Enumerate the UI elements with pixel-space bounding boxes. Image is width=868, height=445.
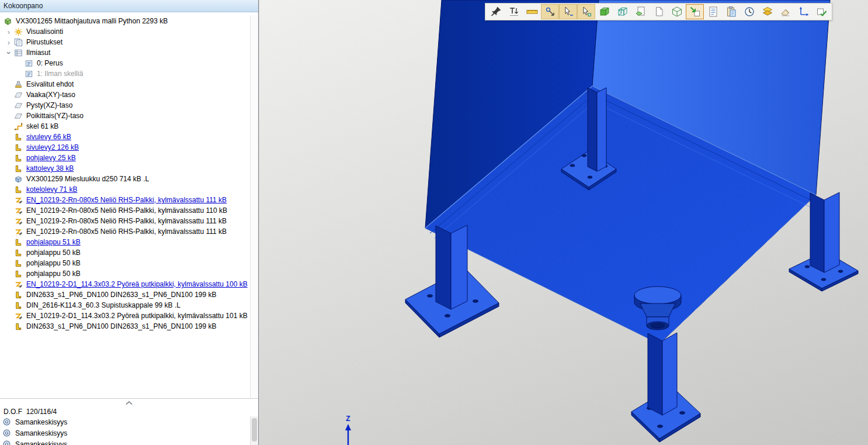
profile-icon <box>14 280 24 289</box>
snap-settings-icon[interactable] <box>541 4 559 19</box>
eraser-icon[interactable] <box>776 4 794 19</box>
dof-status: D.O.F 120/116/4 <box>0 406 258 416</box>
tree-item[interactable]: 1: Ilman skelliä <box>0 68 258 79</box>
expand-chevron-icon[interactable]: › <box>4 39 14 46</box>
constraint-label: Samankeskisyys <box>15 429 67 437</box>
z-axis-indicator: Z <box>340 415 356 445</box>
tree-item-label: Esivalitut ehdot <box>26 80 74 88</box>
z-axis-arrow-icon <box>340 423 356 445</box>
assembly-root-icon <box>4 17 13 26</box>
tree-item[interactable]: pohjalappu 50 kB <box>0 258 258 268</box>
plane-icon <box>14 112 24 120</box>
history-icon[interactable] <box>740 4 758 19</box>
solid-mode-icon[interactable] <box>595 4 613 19</box>
concentric-icon <box>2 418 13 427</box>
tree-item[interactable]: sivulevy 66 kB <box>0 132 258 142</box>
tree-item-label: pohjalappu 50 kB <box>26 270 81 278</box>
model-leg-front <box>631 333 700 442</box>
pin-icon[interactable] <box>487 4 505 19</box>
tree-item[interactable]: DIN2633_s1_PN6_DN100 DIN2633_s1_PN6_DN10… <box>0 321 258 332</box>
clipboard-icon[interactable] <box>722 4 740 19</box>
plane-icon <box>14 91 24 99</box>
select-edge-icon[interactable] <box>577 4 595 19</box>
sheet-part-icon <box>14 154 24 163</box>
ruler-icon[interactable] <box>523 4 541 19</box>
tree-item[interactable]: pohjalappu 51 kB <box>0 237 258 247</box>
application-window: Kokoonpano VX3001265 Mittaohjautuva mall… <box>0 0 868 445</box>
tree-item[interactable]: 0: Perus <box>0 58 258 68</box>
tree-item-label: kotelolevy 71 kB <box>26 185 77 194</box>
tree-item[interactable]: pohjalevy 25 kB <box>0 153 258 163</box>
tree-item[interactable]: EN_10219-2-Rn-080x5 Neliö RHS-Palkki, ky… <box>0 195 258 205</box>
text-annotation-icon[interactable] <box>505 4 523 19</box>
constraints-scrollbar[interactable] <box>250 416 258 445</box>
tree-item-label: EN_10219-2-D1_114.3x03.2 Pyöreä putkipal… <box>26 312 248 320</box>
panel-splitter[interactable] <box>0 398 258 406</box>
tree-item[interactable]: sivulevy2 126 kB <box>0 142 258 153</box>
tree-item-label: VX3001259 Miesluukku d250 714 kB .L <box>26 175 149 183</box>
tree-item[interactable]: kotelolevy 71 kB <box>0 184 258 195</box>
tree-item[interactable]: Poikittais(YZ)-taso <box>0 111 258 121</box>
tree-item[interactable]: DIN2633_s1_PN6_DN100 DIN2633_s1_PN6_DN10… <box>0 289 258 300</box>
constraint-item[interactable]: Samankeskisyys <box>0 416 258 427</box>
tree-item[interactable]: Esivalitut ehdot <box>0 79 258 89</box>
tree-item[interactable]: EN_10219-2-Rn-080x5 Neliö RHS-Palkki, ky… <box>0 205 258 216</box>
cad-model[interactable] <box>259 0 868 445</box>
tree-item[interactable]: EN_10219-2-D1_114.3x03.2 Pyöreä putkipal… <box>0 279 258 289</box>
concentric-icon <box>2 429 13 438</box>
sheet-part-icon <box>14 249 24 257</box>
tree-item-label: sivulevy 66 kB <box>26 133 71 141</box>
tree-item[interactable]: ›Visualisointi <box>0 26 258 37</box>
select-point-icon[interactable] <box>559 4 577 19</box>
constraint-item[interactable]: Samankeskisyys <box>0 439 258 445</box>
tree-item-label: EN_10219-2-Rn-080x5 Neliö RHS-Palkki, ky… <box>26 206 227 215</box>
model-sheet-icon[interactable] <box>631 4 650 19</box>
tree-item[interactable]: EN_10219-2-Rn-080x5 Neliö RHS-Palkki, ky… <box>0 216 258 226</box>
tree-item-label: EN_10219-2-Rn-080x5 Neliö RHS-Palkki, ky… <box>26 217 227 225</box>
constraint-label: Samankeskisyys <box>15 440 67 445</box>
layers-icon[interactable] <box>758 4 776 19</box>
z-axis-label: Z <box>340 415 356 423</box>
coordinate-axes-icon[interactable] <box>794 4 813 19</box>
tree-item[interactable]: pohjalappu 50 kB <box>0 247 258 258</box>
tree-item-label: Visualisointi <box>26 27 63 36</box>
tree-item[interactable]: VX3001259 Miesluukku d250 714 kB .L <box>0 174 258 184</box>
3d-viewport[interactable]: Z <box>259 0 868 445</box>
tree-item[interactable]: pohjalappu 50 kB <box>0 268 258 279</box>
tree-item-label: pohjalevy 25 kB <box>26 154 76 162</box>
panel-header: Kokoonpano <box>0 0 258 12</box>
constraints-list: SamankeskisyysSamankeskisyysSamankeskisy… <box>0 416 258 445</box>
tree-item[interactable]: EN_10219-2-Rn-080x5 Neliö RHS-Palkki, ky… <box>0 226 258 237</box>
tree-item[interactable]: kattolevy 38 kB <box>0 163 258 174</box>
tree-item-label: sivulevy2 126 kB <box>26 143 79 151</box>
constraint-item[interactable]: Samankeskisyys <box>0 427 258 439</box>
sheet-part-icon <box>14 238 24 247</box>
tree-item[interactable]: skel 61 kB <box>0 121 258 132</box>
assembly-panel: Kokoonpano VX3001265 Mittaohjautuva mall… <box>0 0 259 445</box>
sun-icon <box>14 27 24 36</box>
tree-item[interactable]: ›Piirustukset <box>0 37 258 47</box>
insert-model-icon[interactable] <box>686 4 704 19</box>
wireframe-mode-icon[interactable] <box>613 4 631 19</box>
tree-item[interactable]: VX3001265 Mittaohjautuva malli Python 22… <box>0 16 258 26</box>
scrollbar-thumb[interactable] <box>252 418 257 441</box>
tree-item[interactable]: DIN_2616-K114.3_60.3 Supistuskappale 99 … <box>0 300 258 311</box>
tree-item[interactable]: ›Ilmiasut <box>0 47 258 58</box>
sheet-part-icon <box>14 143 24 152</box>
tree-item-label: 0: Perus <box>37 59 63 67</box>
tree-item[interactable]: Vaaka(XY)-taso <box>0 89 258 100</box>
tree-item[interactable]: Pysty(XZ)-taso <box>0 100 258 111</box>
tree-item-label: Vaaka(XY)-taso <box>26 91 75 99</box>
collapse-chevron-icon[interactable] <box>125 401 133 405</box>
sheet-part-icon <box>14 164 24 173</box>
parts-list-icon[interactable] <box>704 4 722 19</box>
viewport-toolbar <box>485 3 832 20</box>
new-drawing-icon[interactable] <box>650 4 668 19</box>
tree-item[interactable]: EN_10219-2-D1_114.3x03.2 Pyöreä putkipal… <box>0 311 258 321</box>
tree-scrollbar[interactable] <box>250 15 258 398</box>
component-box-icon[interactable] <box>668 4 686 19</box>
flange-icon <box>14 322 24 331</box>
expand-chevron-icon[interactable]: › <box>5 47 13 58</box>
expand-chevron-icon[interactable]: › <box>4 28 14 36</box>
confirm-selection-icon[interactable] <box>813 4 831 19</box>
